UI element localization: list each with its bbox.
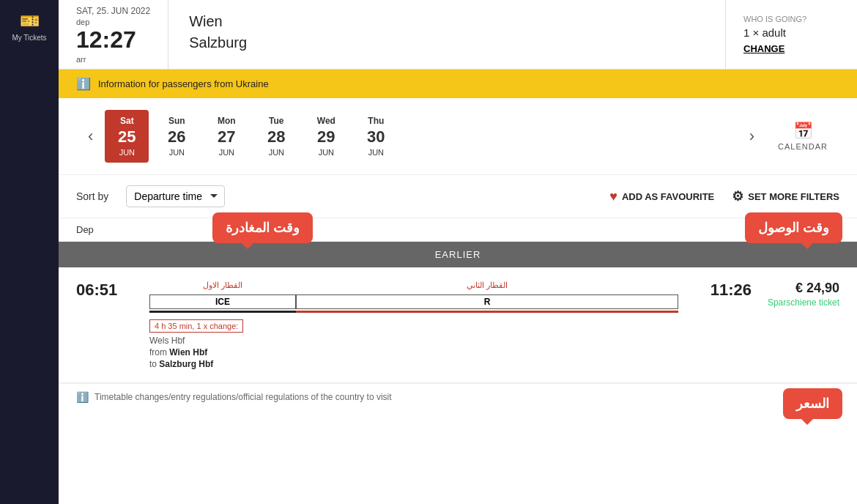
- earlier-label: EARLIER: [435, 249, 481, 260]
- day-name-4: Wed: [317, 116, 335, 126]
- destination-city: Salzburg: [189, 34, 705, 51]
- timetable-footer: ℹ️ Timetable changes/entry regulations/o…: [59, 383, 857, 410]
- next-date-arrow[interactable]: ›: [738, 127, 766, 146]
- date-item-3[interactable]: Tue 28 JUN: [254, 110, 298, 163]
- r-bar: [296, 311, 678, 313]
- from-label: from: [149, 347, 167, 357]
- train-details: القطار الاول القطار الثاني ICE R 4 h 35 …: [135, 281, 693, 369]
- from-station: Wien Hbf: [169, 347, 207, 357]
- calendar-button[interactable]: 📅 CALENDAR: [766, 116, 839, 157]
- departure-time: 12:27: [76, 26, 150, 53]
- sort-by-label: Sort by: [76, 190, 108, 202]
- day-name-2: Mon: [218, 116, 236, 126]
- sort-select[interactable]: Departure time: [126, 185, 225, 207]
- journey-info: SAT, 25. JUN 2022 dep 12:27 arr: [59, 0, 168, 69]
- second-train-label: القطار الثاني: [296, 281, 678, 290]
- departure-annotation-bubble: وقت المغادرة: [212, 212, 313, 243]
- date-item-2[interactable]: Mon 27 JUN: [204, 110, 248, 163]
- duration-box: 4 h 35 min, 1 x change:: [149, 319, 243, 333]
- day-num-3: 28: [267, 127, 285, 147]
- to-station: Salzburg Hbf: [159, 359, 213, 369]
- favourite-label: ADD AS FAVOURITE: [622, 191, 714, 202]
- first-train-label: القطار الاول: [149, 281, 296, 290]
- date-item-0[interactable]: Sat 25 JUN: [105, 110, 149, 163]
- ice-bar: [149, 311, 296, 313]
- dep-label: dep: [76, 18, 150, 26]
- info-icon: ℹ️: [76, 77, 91, 91]
- column-headers: Dep: [59, 218, 857, 242]
- day-num-0: 25: [118, 127, 136, 147]
- journey-date: SAT, 25. JUN 2022: [76, 6, 150, 16]
- day-month-2: JUN: [219, 148, 234, 157]
- sidebar: 🎫 My Tickets: [0, 0, 59, 504]
- calendar-label: CALENDAR: [778, 142, 828, 151]
- main-content: SAT, 25. JUN 2022 dep 12:27 arr Wien Sal…: [59, 0, 857, 504]
- passenger-info: WHO IS GOING? 1 × adult CHANGE: [725, 0, 857, 69]
- date-list: Sat 25 JUN Sun 26 JUN Mon 27 JUN Tue 28 …: [105, 110, 737, 163]
- departure-annotation-text: وقت المغادرة: [226, 220, 300, 235]
- date-item-5[interactable]: Thu 30 JUN: [354, 110, 398, 163]
- arrival-time-result: 11:26: [693, 281, 752, 300]
- passenger-count: 1 × adult: [743, 26, 839, 39]
- prev-date-arrow[interactable]: ‹: [76, 127, 105, 146]
- day-month-0: JUN: [119, 148, 135, 157]
- top-bar: SAT, 25. JUN 2022 dep 12:27 arr Wien Sal…: [59, 0, 857, 70]
- date-navigation: ‹ Sat 25 JUN Sun 26 JUN Mon 27 JUN Tue 2…: [59, 98, 857, 175]
- day-name-3: Tue: [269, 116, 283, 126]
- who-going-label: WHO IS GOING?: [743, 15, 839, 23]
- origin-city: Wien: [189, 13, 705, 30]
- ukraine-info-bar: ℹ️ Information for passengers from Ukrai…: [59, 70, 857, 98]
- price-box: € 24,90 Sparschiene ticket: [752, 281, 839, 308]
- change-station: Wels Hbf: [149, 336, 678, 346]
- route-info: Wien Salzburg: [168, 0, 725, 69]
- footer-info-icon: ℹ️: [76, 391, 89, 403]
- date-item-4[interactable]: Wed 29 JUN: [304, 110, 348, 163]
- r-segment: R: [296, 294, 678, 313]
- day-num-5: 30: [367, 127, 385, 147]
- arr-label: arr: [76, 55, 150, 64]
- price-annotation-text: السعر: [796, 396, 829, 411]
- add-favourite-button[interactable]: ♥ ADD AS FAVOURITE: [609, 189, 714, 204]
- to-label: to: [149, 359, 157, 369]
- to-station-info: to Salzburg Hbf: [149, 359, 678, 369]
- footer-text: Timetable changes/entry regulations/offi…: [94, 392, 392, 402]
- filters-label: SET MORE FILTERS: [748, 191, 839, 202]
- train-line-visual: ICE R: [149, 294, 678, 313]
- sidebar-my-tickets-label: My Tickets: [12, 34, 46, 42]
- more-filters-button[interactable]: ⚙ SET MORE FILTERS: [732, 188, 839, 204]
- dep-column-header: Dep: [76, 224, 135, 235]
- change-passenger-link[interactable]: CHANGE: [743, 43, 839, 54]
- ukraine-info-text: Information for passengers from Ukraine: [98, 78, 269, 89]
- day-name-1: Sun: [168, 116, 185, 126]
- gear-icon: ⚙: [732, 188, 743, 204]
- day-name-5: Thu: [368, 116, 384, 126]
- day-num-4: 29: [317, 127, 335, 147]
- arrival-annotation-text: وقت الوصول: [758, 220, 829, 235]
- tickets-icon: 🎫: [20, 12, 40, 31]
- sort-filter-bar: Sort by Departure time ♥ ADD AS FAVOURIT…: [59, 175, 857, 218]
- train-result-row[interactable]: 06:51 القطار الاول القطار الثاني ICE R 4…: [59, 267, 857, 383]
- r-type-label: R: [296, 294, 678, 309]
- earlier-bar[interactable]: EARLIER: [59, 242, 857, 267]
- day-month-4: JUN: [319, 148, 334, 157]
- price-value: € 24,90: [752, 281, 839, 296]
- day-month-1: JUN: [169, 148, 185, 157]
- price-annotation-bubble: السعر: [783, 388, 842, 419]
- day-name-0: Sat: [120, 116, 134, 126]
- day-num-1: 26: [168, 127, 185, 147]
- from-station-info: from Wien Hbf: [149, 347, 678, 357]
- day-num-2: 27: [218, 127, 235, 147]
- day-month-3: JUN: [269, 148, 284, 157]
- departure-time-result: 06:51: [76, 281, 135, 300]
- train-labels: القطار الاول القطار الثاني: [149, 281, 678, 290]
- arrival-annotation-bubble: وقت الوصول: [745, 212, 842, 243]
- ice-type-label: ICE: [149, 294, 296, 309]
- calendar-icon: 📅: [793, 122, 813, 141]
- heart-icon: ♥: [609, 189, 617, 204]
- date-item-1[interactable]: Sun 26 JUN: [155, 110, 199, 163]
- ice-segment: ICE: [149, 294, 296, 313]
- sparschiene-label: Sparschiene ticket: [752, 297, 839, 308]
- day-month-5: JUN: [368, 148, 384, 157]
